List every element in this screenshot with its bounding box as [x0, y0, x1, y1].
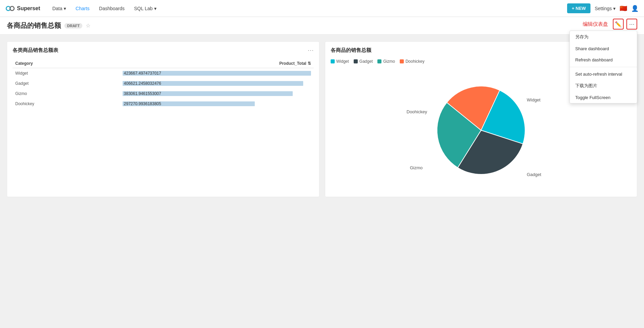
col-category[interactable]: Category	[13, 59, 120, 68]
nav-items: Data ▾ Charts Dashboards SQL Lab ▾	[48, 4, 567, 13]
page-header: 各商品的销售总额 DRAFT ☆	[0, 17, 644, 35]
share-dashboard-item[interactable]: Share dashboard	[570, 43, 637, 54]
user-icon[interactable]: 👤	[631, 5, 639, 12]
table-panel: 各类商品销售总额表 ⋯ Category Product_Total ⇅ Wid…	[7, 41, 319, 197]
pie-chart-svg: Widget Gadget Gizmo Doohickey	[396, 69, 566, 191]
legend-item: Gadget	[354, 59, 373, 64]
widget-label: Widget	[527, 97, 541, 102]
category-cell: Doohickey	[13, 99, 120, 109]
data-table: Category Product_Total ⇅ Widget 423667.4…	[13, 59, 314, 109]
nav-data[interactable]: Data ▾	[48, 4, 70, 13]
auto-refresh-item[interactable]: Set auto-refresh interval	[570, 69, 637, 80]
gizmo-label: Gizmo	[410, 165, 423, 170]
save-as-item[interactable]: 另存为	[570, 31, 637, 43]
chevron-down-icon: ▾	[64, 6, 66, 11]
legend-item: Gizmo	[377, 59, 395, 64]
table-row: Gizmo 383061.9461553007	[13, 89, 314, 99]
value-cell: 383061.9461553007	[120, 89, 314, 99]
nav-right: + NEW Settings ▾ 🇨🇳 👤	[567, 3, 639, 13]
value-cell: 297270.9936183805	[120, 99, 314, 109]
brand-label: Superset	[17, 5, 40, 12]
col-product-total[interactable]: Product_Total ⇅	[120, 59, 314, 68]
table-row: Gadget 406621.2458032476	[13, 78, 314, 89]
value-cell: 406621.2458032476	[120, 78, 314, 89]
table-row: Doohickey 297270.9936183805	[13, 99, 314, 109]
more-options-button[interactable]: ⋯	[626, 19, 637, 30]
settings-button[interactable]: Settings ▾	[595, 6, 616, 11]
download-image-item[interactable]: 下载为图片	[570, 80, 637, 92]
chevron-down-icon: ▾	[154, 6, 157, 11]
new-button[interactable]: + NEW	[567, 3, 591, 13]
table-row: Widget 423667.4974737017	[13, 68, 314, 79]
table-panel-title: 各类商品销售总额表	[13, 47, 58, 54]
value-cell: 423667.4974737017	[120, 68, 314, 79]
nav-dashboards[interactable]: Dashboards	[95, 4, 129, 13]
logo[interactable]: Superset	[5, 4, 40, 13]
dropdown-menu: 另存为 Share dashboard Refresh dashboard Se…	[569, 31, 637, 103]
top-right-controls: 编辑仪表盘 ✏️ ⋯	[583, 19, 637, 30]
nav-charts[interactable]: Charts	[71, 4, 94, 13]
fullscreen-item[interactable]: Toggle FullScreen	[570, 92, 637, 103]
star-icon[interactable]: ☆	[86, 22, 90, 29]
category-cell: Widget	[13, 68, 120, 79]
draft-badge: DRAFT	[64, 23, 82, 28]
category-cell: Gadget	[13, 78, 120, 89]
main-content: 各类商品销售总额表 ⋯ Category Product_Total ⇅ Wid…	[0, 35, 644, 204]
edit-icon-button[interactable]: ✏️	[613, 19, 624, 30]
refresh-dashboard-item[interactable]: Refresh dashboard	[570, 54, 637, 65]
legend-item: Widget	[331, 59, 349, 64]
gadget-label: Gadget	[527, 172, 541, 177]
sort-icon: ⇅	[308, 61, 311, 66]
edit-dashboard-label: 编辑仪表盘	[583, 21, 608, 27]
legend-item: Doohickey	[400, 59, 424, 64]
menu-divider	[570, 67, 637, 67]
nav-sqllab[interactable]: SQL Lab ▾	[130, 4, 161, 13]
page-title: 各商品的销售总额	[7, 21, 61, 30]
navbar: Superset Data ▾ Charts Dashboards SQL La…	[0, 0, 644, 17]
chevron-down-icon: ▾	[613, 6, 616, 11]
pie-panel-title: 各商品的销售总额	[331, 47, 371, 54]
category-cell: Gizmo	[13, 89, 120, 99]
language-flag[interactable]: 🇨🇳	[620, 5, 627, 12]
doohickey-label: Doohickey	[407, 109, 427, 114]
table-panel-menu-icon[interactable]: ⋯	[308, 46, 314, 54]
